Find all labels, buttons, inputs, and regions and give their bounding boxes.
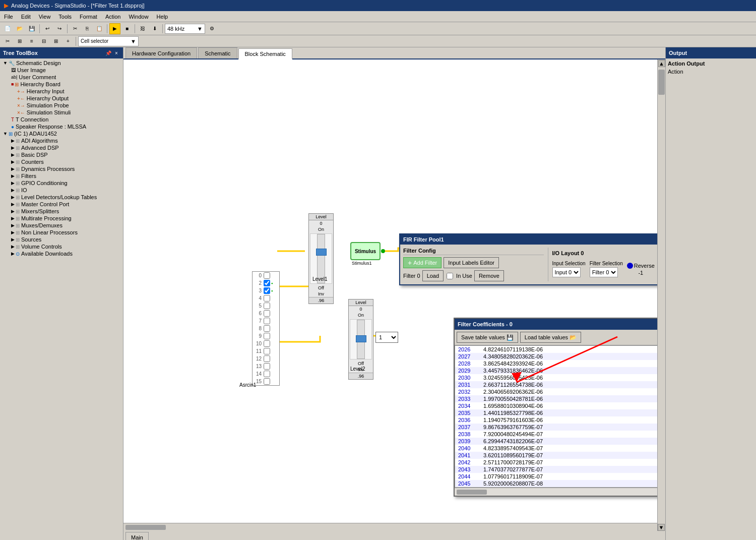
add-filter-button[interactable]: + Add Filter [403, 257, 442, 268]
redo-button[interactable]: ↪ [54, 23, 65, 34]
copy-button[interactable]: ⎘ [82, 23, 93, 34]
expand-icon[interactable]: ▶ [11, 173, 15, 178]
cb-3[interactable] [264, 287, 270, 294]
tree-master-ctrl[interactable]: ▶ ⊞ Master Control Port [1, 201, 122, 208]
expand-icon[interactable]: ▼ [3, 61, 8, 66]
menu-edit[interactable]: Edit [17, 13, 35, 21]
tree-nonlinear[interactable]: ▶ ⊞ Non Linear Processors [1, 229, 122, 236]
settings-button[interactable]: ⚙ [206, 23, 217, 34]
menu-view[interactable]: View [35, 13, 55, 21]
tb2-b2[interactable]: ⊞ [50, 36, 61, 47]
level1-block[interactable]: Level 0 On Off Inv .96 [308, 213, 334, 304]
tree-level-det[interactable]: ▶ ⊞ Level Detectors/Lookup Tables [1, 194, 122, 201]
menu-window[interactable]: Window [124, 13, 152, 21]
menu-file[interactable]: File [0, 13, 17, 21]
fader-thumb1[interactable] [316, 249, 327, 256]
coeff-hscrollbar[interactable] [455, 488, 665, 496]
save-button[interactable]: 💾 [26, 23, 37, 34]
scroll-thumb[interactable] [658, 70, 665, 95]
fader2-thumb[interactable] [356, 335, 366, 342]
cb-10[interactable] [264, 340, 270, 347]
tree-gpio[interactable]: ▶ ⊞ GPIO Conditioning [1, 179, 122, 187]
stimulus-block[interactable]: Stimulus [350, 242, 381, 260]
input-selection-dropdown[interactable]: Input 0 [552, 267, 581, 277]
tree-sources[interactable]: ▶ ⊞ Sources [1, 236, 122, 243]
menu-action[interactable]: Action [101, 13, 125, 21]
cb-4[interactable] [264, 295, 270, 302]
tree-hierarchy-output[interactable]: +← Hierarchy Output [1, 95, 122, 102]
tree-counters[interactable]: ▶ ⊞ Counters [1, 158, 122, 165]
tab-hw-config[interactable]: Hardware Configuration [125, 47, 197, 58]
menu-tools[interactable]: Tools [54, 13, 76, 21]
hscroll-thumb2[interactable] [125, 525, 166, 530]
pin-button[interactable]: 📌 [105, 49, 112, 56]
hscroll-thumb[interactable] [457, 490, 487, 495]
new-button[interactable]: 📄 [2, 23, 13, 34]
tb2-plus[interactable]: + [62, 36, 74, 47]
counters-expand[interactable]: ▶ [11, 159, 15, 164]
expand-icon[interactable]: ▶ [11, 145, 15, 150]
cb-12[interactable] [264, 355, 270, 362]
undo-button[interactable]: ↩ [42, 23, 53, 34]
stop-button[interactable]: ■ [121, 23, 133, 34]
sample-rate-dropdown[interactable]: 48 kHz ▼ [165, 24, 205, 34]
expand-icon[interactable]: ▶ [11, 181, 15, 186]
tree-volume[interactable]: ▶ ⊞ Volume Controls [1, 243, 122, 250]
remove-button[interactable]: Remove [474, 270, 504, 281]
tree-simulation-stimuli[interactable]: ×← Simulation Stimuli [1, 109, 122, 116]
avail-expand[interactable]: ▶ [11, 251, 15, 256]
tree-speaker-response[interactable]: ● Speaker Response : MLSSA [1, 123, 122, 130]
dynamics-expand[interactable]: ▶ [11, 166, 15, 171]
cut-button[interactable]: ✂ [70, 23, 81, 34]
download-button[interactable]: ⬇ [149, 23, 160, 34]
load-table-button[interactable]: Load table values 📂 [520, 332, 581, 343]
expand-icon[interactable]: ▶ [11, 216, 15, 221]
coeff-scroll-area[interactable]: 20264.82246107119138E-0620274.3480582802… [455, 345, 665, 488]
scroll-down[interactable]: ▼ [658, 524, 665, 531]
tree-io[interactable]: ▶ ⊞ IO [1, 187, 122, 194]
expand-icon[interactable]: ▶ [11, 237, 15, 242]
cb-15[interactable] [264, 378, 270, 385]
tree-multirate[interactable]: ▶ ⊞ Multirate Processing [1, 215, 122, 222]
tb2-grid[interactable]: ⊞ [14, 36, 25, 47]
paste-button[interactable]: 📋 [94, 23, 105, 34]
cb-11[interactable] [264, 348, 270, 354]
bottom-tab-main[interactable]: Main [125, 532, 149, 540]
ic1-expand[interactable]: ▼ [3, 131, 8, 136]
expand-icon[interactable]: ▶ [11, 195, 15, 200]
scroll-up[interactable]: ▲ [658, 60, 665, 67]
tb2-b1[interactable]: ⊟ [38, 36, 49, 47]
cb-6[interactable] [264, 310, 270, 317]
tree-adi-algo[interactable]: ▶ ⊞ ADI Algorithms [1, 137, 122, 144]
tree-dynamics[interactable]: ▶ ⊞ Dynamics Processors [1, 165, 122, 172]
load-button[interactable]: Load [422, 270, 444, 281]
menu-format[interactable]: Format [76, 13, 101, 21]
tree-hierarchy-board[interactable]: ■ ⊞ Hierarchy Board [1, 81, 122, 88]
filter-selection-dropdown[interactable]: Filter 0 [590, 267, 618, 277]
tree-ic1[interactable]: ▼ ⊞ (IC 1) ADAU1452 [1, 130, 122, 137]
expand-icon[interactable]: ▶ [11, 138, 15, 143]
tree-hierarchy-input[interactable]: +→ Hierarchy Input [1, 88, 122, 95]
cb-5[interactable] [264, 303, 270, 309]
in-use-checkbox[interactable] [447, 273, 453, 279]
tb2-align[interactable]: ≡ [26, 36, 37, 47]
tree-muxes[interactable]: ▶ ⊞ Muxes/Demuxes [1, 222, 122, 229]
tree-filters[interactable]: ▶ ⊞ Filters [1, 172, 122, 179]
cb-2[interactable] [264, 280, 270, 286]
expand-icon[interactable]: ■ [11, 82, 14, 87]
cb-8[interactable] [264, 325, 270, 332]
tree-schematic-design[interactable]: ▼ 🔧 Schematic Design [1, 59, 122, 67]
nonlinear-expand[interactable]: ▶ [11, 230, 15, 235]
tree-t-connection[interactable]: T T Connection [1, 116, 122, 123]
level2-select[interactable]: 1 [375, 332, 398, 343]
tb2-cut[interactable]: ✂ [2, 36, 13, 47]
cb-9[interactable] [264, 333, 270, 339]
tree-adv-dsp[interactable]: ▶ ⊞ Advanced DSP [1, 144, 122, 151]
close-panel-button[interactable]: × [113, 49, 120, 56]
cell-dropdown[interactable]: Cell selector ▼ [78, 36, 139, 46]
input-labels-editor-button[interactable]: Input Labels Editor [444, 257, 499, 268]
tree-mixers[interactable]: ▶ ⊞ Mixers/Splitters [1, 208, 122, 215]
cb-13[interactable] [264, 363, 270, 370]
tree-user-comment[interactable]: ab| User Comment [1, 74, 122, 81]
cb-14[interactable] [264, 371, 270, 377]
